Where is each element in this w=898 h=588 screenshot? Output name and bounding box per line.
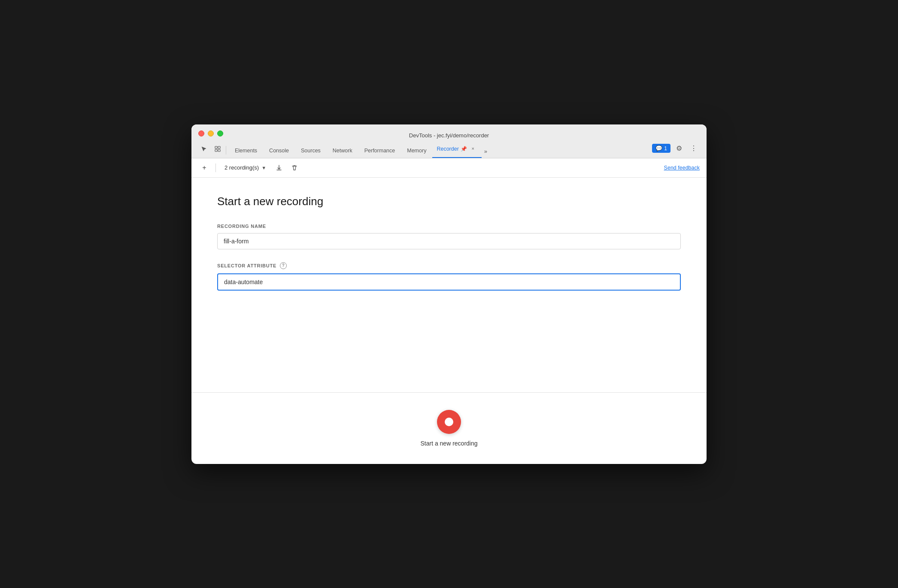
recording-name-label: RECORDING NAME bbox=[217, 224, 681, 229]
more-tabs-button[interactable]: » bbox=[482, 146, 490, 158]
tab-performance[interactable]: Performance bbox=[358, 144, 401, 158]
main-content: Start a new recording RECORDING NAME SEL… bbox=[191, 178, 707, 392]
tab-elements[interactable]: Elements bbox=[229, 144, 263, 158]
start-recording-button[interactable] bbox=[437, 410, 461, 434]
chat-badge-button[interactable]: 💬 1 bbox=[652, 144, 670, 153]
close-tab-button[interactable]: × bbox=[469, 144, 477, 153]
start-recording-label: Start a new recording bbox=[420, 440, 477, 447]
inspect-icon[interactable] bbox=[212, 143, 223, 155]
toolbar-divider bbox=[215, 164, 216, 172]
tab-memory[interactable]: Memory bbox=[401, 144, 432, 158]
svg-rect-1 bbox=[218, 146, 220, 149]
recording-name-input[interactable] bbox=[217, 233, 681, 249]
svg-rect-0 bbox=[215, 146, 217, 149]
title-bar: DevTools - jec.fyi/demo/recorder bbox=[191, 124, 707, 158]
tab-console[interactable]: Console bbox=[263, 144, 295, 158]
window-controls bbox=[198, 130, 223, 136]
selector-attribute-group: SELECTOR ATTRIBUTE ? bbox=[217, 262, 681, 291]
settings-icon[interactable]: ⚙ bbox=[673, 142, 685, 155]
record-dot bbox=[445, 418, 453, 426]
tab-sources[interactable]: Sources bbox=[295, 144, 327, 158]
help-icon[interactable]: ? bbox=[280, 262, 287, 269]
recording-name-group: RECORDING NAME bbox=[217, 224, 681, 249]
cursor-icon[interactable] bbox=[198, 143, 209, 155]
tab-network[interactable]: Network bbox=[327, 144, 358, 158]
add-recording-button[interactable]: + bbox=[198, 162, 210, 174]
selector-attribute-input[interactable] bbox=[217, 273, 681, 291]
tab-recorder[interactable]: Recorder 📌 × bbox=[432, 141, 481, 158]
svg-rect-2 bbox=[215, 149, 217, 152]
maximize-button[interactable] bbox=[217, 130, 223, 136]
delete-button[interactable] bbox=[288, 162, 300, 174]
more-options-icon[interactable]: ⋮ bbox=[688, 142, 700, 155]
pin-icon: 📌 bbox=[461, 146, 467, 152]
selector-attribute-label: SELECTOR ATTRIBUTE ? bbox=[217, 262, 681, 269]
svg-rect-3 bbox=[218, 149, 220, 152]
window-title: DevTools - jec.fyi/demo/recorder bbox=[409, 132, 489, 139]
recorder-toolbar: + 2 recording(s) ▼ Send feedback bbox=[191, 158, 707, 178]
devtools-window: DevTools - jec.fyi/demo/recorder bbox=[191, 124, 707, 464]
minimize-button[interactable] bbox=[208, 130, 214, 136]
send-feedback-link[interactable]: Send feedback bbox=[664, 165, 700, 171]
page-title: Start a new recording bbox=[217, 195, 681, 208]
recording-selector[interactable]: 2 recording(s) ▼ bbox=[221, 163, 270, 173]
download-button[interactable] bbox=[273, 162, 285, 174]
record-section: Start a new recording bbox=[191, 392, 707, 464]
chevron-down-icon: ▼ bbox=[261, 165, 266, 170]
close-button[interactable] bbox=[198, 130, 204, 136]
